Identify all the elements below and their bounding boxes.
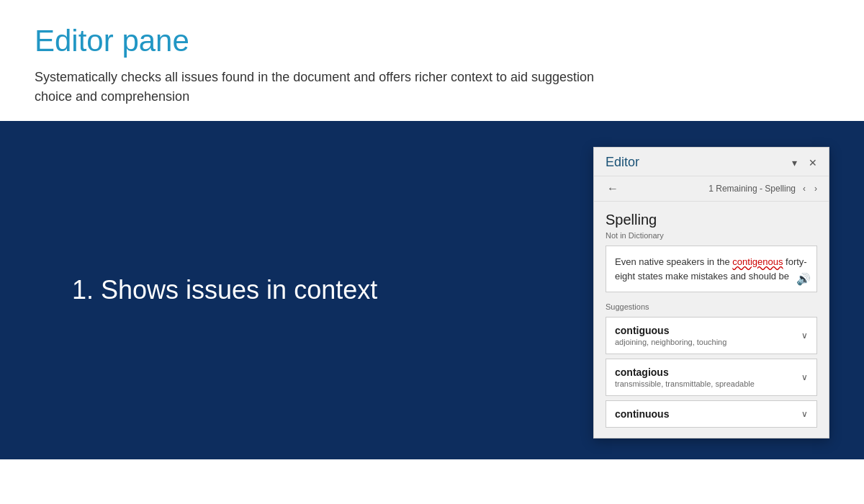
context-box: Even native speakers in the contigenous … xyxy=(606,246,817,292)
not-in-dict-label: Not in Dictionary xyxy=(606,231,817,240)
editor-close-button[interactable]: ✕ xyxy=(806,156,820,170)
page-subtitle: Systematically checks all issues found i… xyxy=(35,68,611,107)
suggestion-word-0: contiguous xyxy=(615,325,726,336)
suggestion-item-continuous[interactable]: continuous ∨ xyxy=(606,400,817,428)
nav-info: 1 Remaining - Spelling xyxy=(629,184,796,194)
suggestion-text-continuous: continuous xyxy=(615,408,669,420)
suggestion-word-2: continuous xyxy=(615,408,669,420)
editor-body: Spelling Not in Dictionary Even native s… xyxy=(594,202,829,438)
suggestions-label: Suggestions xyxy=(606,302,817,311)
page-title: Editor pane xyxy=(35,23,829,59)
back-icon: ← xyxy=(607,182,618,194)
next-button[interactable]: › xyxy=(811,183,820,194)
chevron-down-icon-2: ∨ xyxy=(801,409,808,419)
suggestion-desc-1: transmissible, transmittable, spreadable xyxy=(615,379,755,388)
editor-panel: Editor ▾ ✕ ← 1 Remaining - Spelling ‹ xyxy=(593,147,829,438)
top-section: Editor pane Systematically checks all is… xyxy=(0,0,864,121)
demo-section: 1. Shows issues in context Editor ▾ ✕ ← … xyxy=(0,121,864,459)
chevron-down-icon-0: ∨ xyxy=(801,330,808,341)
editor-back-button[interactable]: ← xyxy=(603,181,623,197)
demo-label: 1. Shows issues in context xyxy=(72,275,377,305)
dropdown-icon: ▾ xyxy=(792,157,797,168)
editor-title: Editor xyxy=(606,155,639,170)
suggestion-word-1: contagious xyxy=(615,366,755,378)
spelling-heading: Spelling xyxy=(606,212,817,228)
editor-nav: ← 1 Remaining - Spelling ‹ › xyxy=(594,176,829,202)
suggestion-text-contiguous: contiguous adjoining, neighboring, touch… xyxy=(615,325,726,346)
speaker-button[interactable]: 🔊 xyxy=(796,272,811,286)
suggestion-text-contagious: contagious transmissible, transmittable,… xyxy=(615,366,755,388)
close-icon: ✕ xyxy=(809,157,817,168)
context-text-before: Even native speakers in the xyxy=(615,256,732,267)
chevron-down-icon-1: ∨ xyxy=(801,372,808,382)
suggestion-desc-0: adjoining, neighboring, touching xyxy=(615,338,726,346)
editor-header: Editor ▾ ✕ xyxy=(594,148,829,176)
editor-dropdown-button[interactable]: ▾ xyxy=(789,156,800,170)
prev-button[interactable]: ‹ xyxy=(800,183,809,194)
next-icon: › xyxy=(814,184,817,194)
speaker-icon: 🔊 xyxy=(796,273,811,285)
suggestion-item-contiguous[interactable]: contiguous adjoining, neighboring, touch… xyxy=(606,317,817,354)
prev-icon: ‹ xyxy=(803,184,806,194)
editor-header-controls: ▾ ✕ xyxy=(789,156,820,170)
misspelled-word: contigenous xyxy=(732,256,783,267)
nav-arrows: ‹ › xyxy=(800,183,820,194)
suggestion-item-contagious[interactable]: contagious transmissible, transmittable,… xyxy=(606,359,817,396)
